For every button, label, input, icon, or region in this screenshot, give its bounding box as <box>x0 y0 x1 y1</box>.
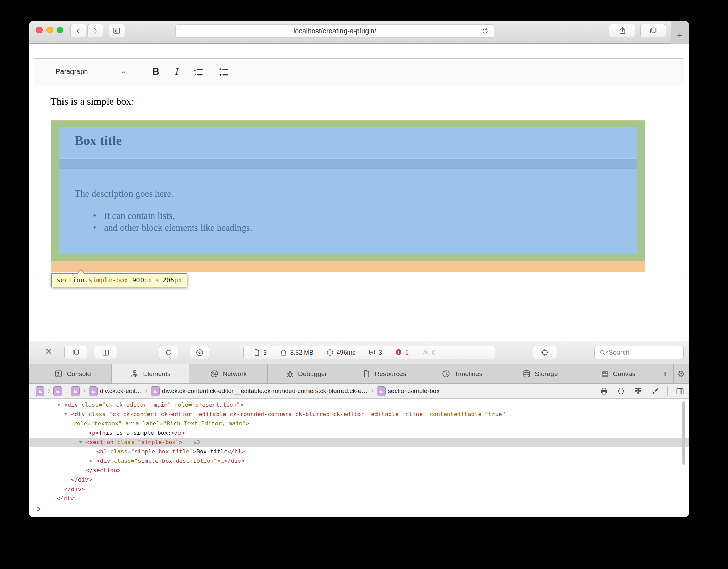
dom-tree-row[interactable]: <p>This is a simple box:</p> <box>29 428 689 438</box>
download-button[interactable] <box>190 346 209 359</box>
tab-elements[interactable]: Elements <box>112 364 190 383</box>
tab-network[interactable]: Network <box>189 364 268 383</box>
list-item[interactable]: •It can contain lists, <box>93 211 175 221</box>
chevron-right-icon <box>370 388 375 394</box>
disclosure-open-icon[interactable]: ▼ <box>79 438 82 447</box>
plus-icon: + <box>676 31 682 40</box>
paragraph-dropdown[interactable]: Paragraph <box>56 68 88 76</box>
source-code-icon[interactable] <box>616 387 626 396</box>
reload-icon <box>164 348 173 357</box>
warning-count-badge[interactable]: 0 <box>421 348 435 357</box>
dom-tree-row[interactable]: </div <box>29 494 689 500</box>
numbered-list-icon[interactable]: 12 <box>192 66 204 78</box>
tab-label: Elements <box>143 370 170 378</box>
share-button[interactable] <box>609 24 635 37</box>
bulleted-list-icon[interactable] <box>218 66 230 78</box>
dom-tree-row[interactable]: ▼<div class="ck ck-content ck-editor__ed… <box>29 409 689 419</box>
breadcrumb-item[interactable]: Ediv.ck.ck-edit… <box>89 386 142 396</box>
console-prompt-bar[interactable] <box>29 500 689 517</box>
svg-text:2: 2 <box>194 72 196 77</box>
back-button[interactable] <box>70 24 86 37</box>
forward-button[interactable] <box>87 24 103 37</box>
dom-tree-row[interactable]: ▶<div class="simple-box-description">…</… <box>29 456 689 466</box>
list-item[interactable]: •and other block elements like headings. <box>93 222 252 233</box>
minimize-window-button[interactable] <box>46 27 53 33</box>
breadcrumb-label: div.ck.ck-edit… <box>100 388 142 395</box>
dock-side-button[interactable] <box>94 346 117 359</box>
add-tab-button[interactable]: + <box>657 364 674 383</box>
badge-value: 496ms <box>337 349 355 356</box>
tab-overview-button[interactable] <box>640 24 666 37</box>
tab-timelines[interactable]: Timelines <box>423 364 501 383</box>
styles-brush-icon[interactable] <box>650 387 660 396</box>
tab-label: Timelines <box>454 370 482 378</box>
address-bar[interactable]: localhost/creating-a-plugin/ <box>175 24 494 38</box>
dom-tree-row[interactable]: role="textbox" aria-label="Rich Text Edi… <box>29 419 689 428</box>
breadcrumb-item[interactable]: E <box>36 386 44 396</box>
close-inspector-button[interactable]: ✕ <box>45 347 52 356</box>
error-icon: ! <box>395 348 403 357</box>
scrollbar-thumb[interactable] <box>682 401 685 465</box>
tab-debugger[interactable]: Debugger <box>268 364 346 383</box>
inspector-tab-bar: ConsoleElementsNetworkDebuggerResourcesT… <box>29 364 689 384</box>
grid-overlay-icon[interactable] <box>633 387 643 396</box>
bullet-icon: • <box>93 211 104 221</box>
disclosure-open-icon[interactable]: ▼ <box>57 400 60 409</box>
breadcrumb-item[interactable]: Esection.simple-box <box>377 386 440 396</box>
resource-count-badge[interactable]: 3 <box>253 348 267 357</box>
log-count-badge[interactable]: 3 <box>368 348 382 357</box>
element-picker-button[interactable] <box>533 346 557 359</box>
reload-page-button[interactable] <box>159 346 178 359</box>
clock-icon <box>326 348 334 357</box>
highlight-margin-overlay <box>51 261 645 272</box>
italic-button[interactable]: I <box>175 66 178 77</box>
tab-storage[interactable]: Storage <box>501 364 579 383</box>
dom-tree-row[interactable]: <h1 class="simple-box-title">Box title</… <box>29 447 689 456</box>
tab-canvas[interactable]: Canvas <box>579 364 657 383</box>
error-count-badge[interactable]: !1 <box>395 348 409 357</box>
box-title[interactable]: Box title <box>75 133 122 148</box>
box-description[interactable]: The description goes here. <box>75 188 173 199</box>
chevron-down-icon[interactable] <box>120 68 127 76</box>
intro-paragraph[interactable]: This is a simple box: <box>50 96 134 107</box>
highlight-border-line <box>51 120 645 121</box>
reload-icon[interactable] <box>481 27 489 35</box>
transfer-size-badge[interactable]: 3.52 MB <box>279 348 313 357</box>
disclosure-open-icon[interactable]: ▼ <box>64 409 67 419</box>
network-icon <box>210 369 219 379</box>
sidebar-toggle-button[interactable] <box>109 24 125 37</box>
highlight-padding-overlay: Box title The description goes here. •It… <box>51 120 645 261</box>
details-sidebar-icon[interactable] <box>675 387 685 396</box>
tab-label: Canvas <box>613 370 635 378</box>
dom-tree-row[interactable]: </section> <box>29 466 689 475</box>
tabs-icon <box>649 26 658 35</box>
dom-tree-row[interactable]: ▼<div class="ck ck-editor__main" role="p… <box>29 400 689 409</box>
print-styles-icon[interactable] <box>599 387 609 396</box>
badge-value: 0 <box>432 349 435 356</box>
dom-tree-row[interactable]: </div> <box>29 484 689 494</box>
dom-tree-row[interactable]: </div> <box>29 475 689 484</box>
breadcrumb-item[interactable]: E <box>53 386 62 396</box>
settings-gear-icon[interactable]: ⚙ <box>674 364 689 383</box>
load-time-badge[interactable]: 496ms <box>326 348 355 357</box>
dom-breadcrumb-bar: EEEEdiv.ck.ck-edit…Ediv.ck.ck-content.ck… <box>29 384 689 399</box>
search-input[interactable] <box>609 349 675 356</box>
inspector-search-field[interactable] <box>594 346 684 359</box>
tab-label: Network <box>222 370 247 378</box>
tab-label: Debugger <box>298 370 327 378</box>
breadcrumb-item[interactable]: E <box>71 386 80 396</box>
dom-tree-row[interactable]: ▼<section class="simple-box"> = $0 <box>29 438 689 447</box>
new-tab-strip[interactable]: + <box>671 21 689 44</box>
zoom-window-button[interactable] <box>57 27 63 33</box>
tab-console[interactable]: Console <box>34 364 112 383</box>
resources-icon <box>362 369 371 379</box>
disclosure-closed-icon[interactable]: ▶ <box>90 456 92 466</box>
detach-inspector-button[interactable] <box>64 346 87 359</box>
tab-resources[interactable]: Resources <box>345 364 423 383</box>
warning-icon <box>421 348 430 357</box>
bold-button[interactable]: B <box>152 66 159 77</box>
tab-label: Resources <box>375 370 406 378</box>
close-window-button[interactable] <box>36 27 43 33</box>
resource-stats-group[interactable]: 33.52 MB496ms3!10 <box>243 346 495 359</box>
breadcrumb-item[interactable]: Ediv.ck.ck-content.ck-editor__editable.c… <box>151 386 368 396</box>
